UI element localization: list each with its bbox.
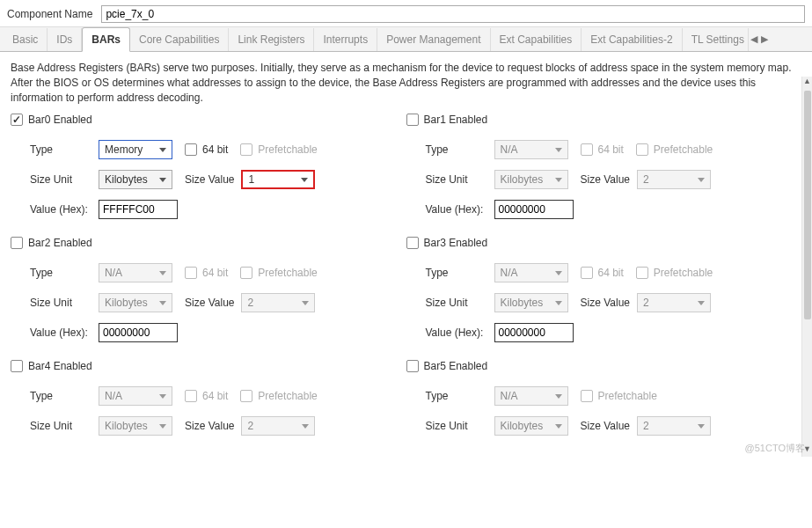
sizevalue-label: Size Value [581,173,630,186]
tab-tl-settings[interactable]: TL Settings [683,28,749,51]
bar2-enable-row: Bar2 Enabled [11,237,389,249]
bar0-hex-row: Value (Hex): [11,200,389,219]
bar1-enable-row: Bar1 Enabled [406,114,785,126]
bar3-title: Bar3 Enabled [424,237,488,249]
chevron-down-icon [698,424,705,429]
bar1-sizeunit-select[interactable]: Kilobytes [494,170,568,189]
bar0-enable-row: Bar0 Enabled [11,114,389,126]
bar0-type-row: Type Memory 64 bit Prefetchable [11,140,389,159]
type-label: Type [426,390,494,402]
bar1-prefetch-wrap: Prefetchable [636,143,713,156]
bar5-prefetch-checkbox [581,390,593,402]
bar3-sizeunit-select[interactable]: Kilobytes [494,293,568,312]
prefetch-label: Prefetchable [598,390,657,402]
bar1-enable-checkbox[interactable] [406,114,419,126]
bar3-prefetch-checkbox [636,267,648,279]
tab-link-registers[interactable]: Link Registers [229,28,314,51]
tab-power-management[interactable]: Power Management [377,28,490,51]
bar2-type-select[interactable]: N/A [99,263,172,282]
tab-basic[interactable]: Basic [4,28,48,51]
bar4-enable-row: Bar4 Enabled [11,360,389,372]
bar0-enable-checkbox[interactable] [11,114,23,126]
tab-bars[interactable]: BARs [82,27,130,52]
bar5-enable-row: Bar5 Enabled [406,360,785,372]
bar5-prefetch-wrap: Prefetchable [581,390,657,402]
bar3-type-select[interactable]: N/A [494,263,568,282]
bar0-hex-input[interactable] [99,200,178,219]
scrollbar-thumb[interactable] [804,91,811,319]
bar5-type-select[interactable]: N/A [494,386,568,406]
bar1-sizevalue-select[interactable]: 2 [637,170,711,189]
bar4-sizevalue-select[interactable]: 2 [241,416,315,436]
bars-panel: Base Address Registers (BARs) serve two … [0,52,812,457]
vertical-scrollbar[interactable]: ▲ ▼ [801,77,812,457]
valuehex-label: Value (Hex): [426,203,494,216]
type-label: Type [30,267,99,279]
bar4-sizeunit-select[interactable]: Kilobytes [99,416,172,436]
valuehex-label: Value (Hex): [30,203,99,216]
scroll-up-arrow[interactable]: ▲ [802,77,812,89]
sixtyfour-label: 64 bit [202,267,228,279]
chevron-down-icon [555,301,562,305]
bar2-64bit-wrap: 64 bit [185,267,228,279]
sizeunit-label: Size Unit [426,297,494,309]
bar0-64bit-checkbox[interactable] [185,143,197,156]
valuehex-label: Value (Hex): [30,326,99,339]
sizevalue-label: Size Value [581,420,630,432]
tab-ext-capabilities[interactable]: Ext Capabilities [491,28,582,51]
bar0-sizevalue-select[interactable]: 1 [241,170,315,189]
bar5-sizevalue-select[interactable]: 2 [637,416,711,436]
bar0-block: Bar0 Enabled Type Memory 64 bit Prefetch… [11,114,406,230]
valuehex-label: Value (Hex): [426,326,494,339]
bar3-sizevalue-select[interactable]: 2 [637,293,711,312]
type-label: Type [30,390,99,402]
chevron-down-icon [159,394,166,399]
tab-interrupts[interactable]: Interrupts [314,28,377,51]
bar1-type-select[interactable]: N/A [494,140,568,159]
component-name-input[interactable] [101,5,805,23]
sizeunit-label: Size Unit [30,173,99,186]
bar0-type-select[interactable]: Memory [99,140,172,159]
bar1-64bit-checkbox [581,143,593,156]
tab-scroll-right[interactable]: ▶ [759,33,770,45]
bar3-enable-checkbox[interactable] [406,237,419,249]
bar5-sizeunit-select[interactable]: Kilobytes [494,416,568,436]
bar1-type-row: Type N/A 64 bit Prefetchable [406,140,785,159]
tab-scroll-left[interactable]: ◀ [749,33,759,45]
bar2-enable-checkbox[interactable] [11,237,23,249]
bar3-enable-row: Bar3 Enabled [406,237,785,249]
bar1-block: Bar1 Enabled Type N/A 64 bit Prefetchabl… [406,114,802,230]
chevron-down-icon [555,178,562,182]
bar2-hex-input[interactable] [99,323,178,342]
chevron-down-icon [698,178,705,182]
chevron-down-icon [301,178,308,182]
sizevalue-label: Size Value [581,297,630,309]
bar0-sizeunit-select[interactable]: Kilobytes [99,170,172,189]
bars-description: Base Address Registers (BARs) serve two … [11,61,801,105]
chevron-down-icon [159,301,166,305]
bar2-sizevalue-select[interactable]: 2 [241,293,315,312]
tab-ext-capabilities-2[interactable]: Ext Capabilities-2 [582,28,682,51]
bar2-sizeunit-select[interactable]: Kilobytes [99,293,172,312]
prefetch-label: Prefetchable [654,143,713,156]
bar0-prefetch-wrap: Prefetchable [240,143,317,156]
component-name-row: Component Name [0,0,812,27]
bar2-prefetch-checkbox [240,267,252,279]
component-name-label: Component Name [7,8,92,20]
type-label: Type [426,143,494,156]
sixtyfour-label: 64 bit [202,143,228,156]
bar2-block: Bar2 Enabled Type N/A 64 bit Prefetchabl… [11,237,406,353]
bar3-hex-input[interactable] [494,323,574,342]
bar2-prefetch-wrap: Prefetchable [240,267,317,279]
bar4-type-select[interactable]: N/A [99,386,172,406]
bar5-enable-checkbox[interactable] [406,360,419,372]
type-label: Type [30,143,99,156]
bar1-title: Bar1 Enabled [424,114,488,126]
bar1-hex-input[interactable] [494,200,574,219]
prefetch-label: Prefetchable [258,390,317,402]
bar0-64bit-wrap: 64 bit [185,143,228,156]
tab-ids[interactable]: IDs [48,28,82,51]
bar4-enable-checkbox[interactable] [11,360,23,372]
tab-core-capabilities[interactable]: Core Capabilities [130,28,229,51]
bar0-prefetch-checkbox [240,143,252,156]
